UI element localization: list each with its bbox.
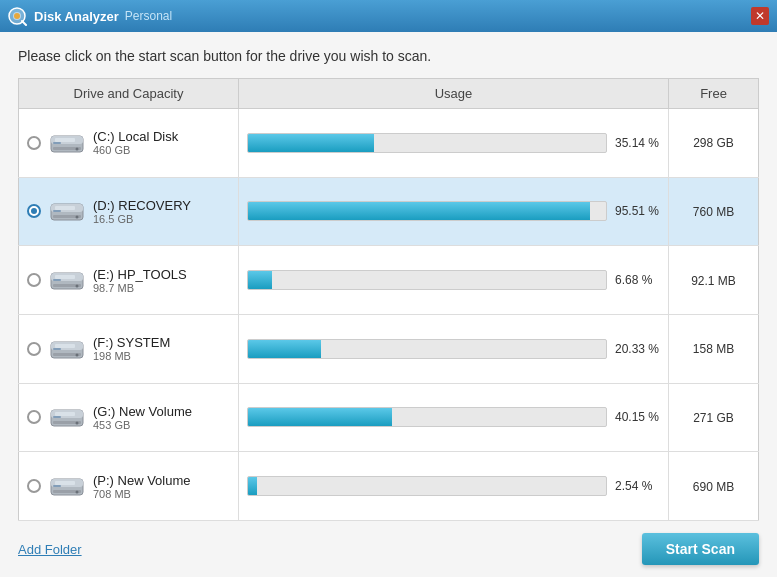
progress-bar-container-g	[247, 407, 607, 427]
usage-label-p: 2.54 %	[615, 479, 660, 493]
drive-icon-d	[49, 196, 85, 226]
svg-rect-9	[55, 138, 75, 142]
usage-cell-d: 95.51 %	[239, 177, 669, 246]
svg-point-8	[76, 147, 79, 150]
usage-label-d: 95.51 %	[615, 204, 660, 218]
svg-rect-27	[55, 344, 75, 348]
radio-e[interactable]	[27, 273, 41, 287]
drive-cell-c: (C:) Local Disk460 GB	[19, 109, 239, 178]
progress-bar-container-f	[247, 339, 607, 359]
footer: Add Folder Start Scan	[18, 533, 759, 565]
title-bar-left: Disk Analyzer Personal	[8, 6, 172, 26]
usage-cell-p: 2.54 %	[239, 452, 669, 521]
free-text-e: 92.1 MB	[691, 274, 736, 288]
svg-rect-39	[55, 481, 75, 485]
usage-label-g: 40.15 %	[615, 410, 660, 424]
drive-name-d: (D:) RECOVERY	[93, 198, 191, 213]
col-usage: Usage	[239, 79, 669, 109]
col-free: Free	[669, 79, 759, 109]
svg-point-26	[76, 353, 79, 356]
drive-icon-g	[49, 402, 85, 432]
drive-cell-d: (D:) RECOVERY16.5 GB	[19, 177, 239, 246]
app-title: Disk Analyzer	[34, 9, 119, 24]
progress-bar-container-p	[247, 476, 607, 496]
drive-icon-c	[49, 128, 85, 158]
table-header: Drive and Capacity Usage Free	[19, 79, 759, 109]
free-cell-e: 92.1 MB	[669, 246, 759, 315]
drive-size-g: 453 GB	[93, 419, 192, 431]
free-cell-d: 760 MB	[669, 177, 759, 246]
table-row[interactable]: (E:) HP_TOOLS98.7 MB6.68 %92.1 MB	[19, 246, 759, 315]
table-row[interactable]: (C:) Local Disk460 GB35.14 %298 GB	[19, 109, 759, 178]
usage-cell-c: 35.14 %	[239, 109, 669, 178]
title-bar: Disk Analyzer Personal ✕	[0, 0, 777, 32]
drive-icon-f	[49, 334, 85, 364]
svg-rect-21	[55, 275, 75, 279]
svg-point-4	[14, 13, 20, 19]
usage-cell-g: 40.15 %	[239, 383, 669, 452]
svg-point-38	[76, 491, 79, 494]
progress-bar-fill-e	[248, 271, 272, 289]
radio-f[interactable]	[27, 342, 41, 356]
progress-bar-fill-c	[248, 134, 374, 152]
instruction-text: Please click on the start scan button fo…	[18, 48, 759, 64]
svg-rect-40	[53, 485, 61, 487]
usage-cell-f: 20.33 %	[239, 314, 669, 383]
progress-bar-fill-g	[248, 408, 392, 426]
progress-bar-fill-d	[248, 202, 590, 220]
table-row[interactable]: (G:) New Volume453 GB40.15 %271 GB	[19, 383, 759, 452]
progress-bar-fill-p	[248, 477, 257, 495]
progress-bar-container-e	[247, 270, 607, 290]
free-cell-p: 690 MB	[669, 452, 759, 521]
table-row[interactable]: (P:) New Volume708 MB2.54 %690 MB	[19, 452, 759, 521]
svg-rect-34	[53, 416, 61, 418]
svg-rect-28	[53, 348, 61, 350]
svg-point-32	[76, 422, 79, 425]
drive-name-c: (C:) Local Disk	[93, 129, 178, 144]
free-cell-f: 158 MB	[669, 314, 759, 383]
drive-icon-e	[49, 265, 85, 295]
usage-label-c: 35.14 %	[615, 136, 660, 150]
drive-cell-g: (G:) New Volume453 GB	[19, 383, 239, 452]
table-row[interactable]: (D:) RECOVERY16.5 GB95.51 %760 MB	[19, 177, 759, 246]
drive-cell-e: (E:) HP_TOOLS98.7 MB	[19, 246, 239, 315]
radio-g[interactable]	[27, 410, 41, 424]
drive-size-c: 460 GB	[93, 144, 178, 156]
drive-cell-p: (P:) New Volume708 MB	[19, 452, 239, 521]
drive-name-e: (E:) HP_TOOLS	[93, 267, 187, 282]
app-icon	[8, 6, 28, 26]
table-row[interactable]: (F:) SYSTEM198 MB20.33 %158 MB	[19, 314, 759, 383]
svg-rect-15	[55, 206, 75, 210]
progress-bar-container-c	[247, 133, 607, 153]
close-button[interactable]: ✕	[751, 7, 769, 25]
svg-rect-33	[55, 412, 75, 416]
svg-rect-16	[53, 210, 61, 212]
drive-size-e: 98.7 MB	[93, 282, 187, 294]
free-cell-g: 271 GB	[669, 383, 759, 452]
col-drive: Drive and Capacity	[19, 79, 239, 109]
free-text-f: 158 MB	[693, 342, 734, 356]
drive-cell-f: (F:) SYSTEM198 MB	[19, 314, 239, 383]
radio-d[interactable]	[27, 204, 41, 218]
progress-bar-container-d	[247, 201, 607, 221]
drive-size-f: 198 MB	[93, 350, 170, 362]
svg-line-3	[22, 21, 26, 25]
svg-point-20	[76, 285, 79, 288]
free-cell-c: 298 GB	[669, 109, 759, 178]
drive-name-p: (P:) New Volume	[93, 473, 191, 488]
add-folder-button[interactable]: Add Folder	[18, 542, 82, 557]
usage-cell-e: 6.68 %	[239, 246, 669, 315]
radio-c[interactable]	[27, 136, 41, 150]
free-text-g: 271 GB	[693, 411, 734, 425]
drive-size-d: 16.5 GB	[93, 213, 191, 225]
free-text-c: 298 GB	[693, 136, 734, 150]
app-subtitle: Personal	[125, 9, 172, 23]
radio-p[interactable]	[27, 479, 41, 493]
main-content: Please click on the start scan button fo…	[0, 32, 777, 577]
progress-bar-fill-f	[248, 340, 321, 358]
svg-point-14	[76, 216, 79, 219]
start-scan-button[interactable]: Start Scan	[642, 533, 759, 565]
usage-label-e: 6.68 %	[615, 273, 660, 287]
free-text-p: 690 MB	[693, 480, 734, 494]
usage-label-f: 20.33 %	[615, 342, 660, 356]
